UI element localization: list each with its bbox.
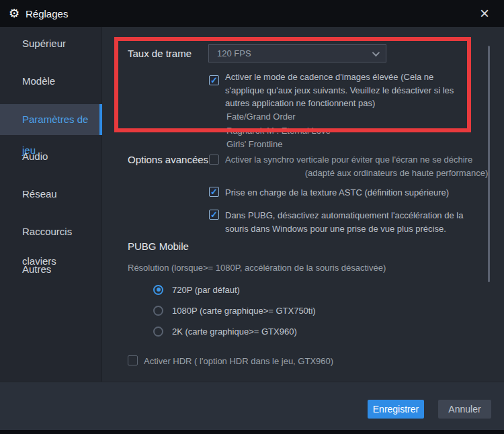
window-bottom-strip — [0, 430, 504, 434]
vsync-description: Activer la synchro verticale pour éviter… — [225, 153, 504, 179]
vsync-line2: (adapté aux ordinateurs de haute perform… — [225, 167, 504, 180]
sidebar-item-superieur[interactable]: Supérieur — [0, 29, 102, 58]
astc-checkbox[interactable]: ✓ — [209, 187, 219, 197]
settings-window: ⚙ Réglages × Supérieur Modèle Paramètres… — [0, 0, 504, 434]
radio-selected-icon — [153, 285, 163, 295]
astc-description: Prise en charge de la texture ASTC (défi… — [225, 186, 449, 200]
vsync-checkbox[interactable] — [209, 155, 219, 165]
radio-unselected-icon — [153, 306, 163, 316]
check-icon: ✓ — [210, 187, 218, 196]
cancel-button[interactable]: Annuler — [438, 400, 491, 419]
sidebar-item-raccourcis-claviers[interactable]: Raccourcis claviers — [0, 217, 102, 247]
gear-icon: ⚙ — [9, 0, 19, 27]
pubg-mobile-heading: PUBG Mobile — [128, 241, 189, 253]
game-list-item: Fate/Grand Order — [226, 110, 331, 124]
high-fps-game-list: Fate/Grand Order Ragnarok M : Eternal Lo… — [226, 110, 331, 152]
resolution-radio-1080p[interactable]: 1080P (carte graphique>= GTX750ti) — [153, 304, 316, 316]
vsync-line1: Activer la synchro verticale pour éviter… — [225, 153, 504, 167]
pubg-mouse-description: Dans PUBG, désactivez automatiquement l'… — [225, 209, 475, 235]
resolution-label: Résolution (lorsque>= 1080P, accélératio… — [128, 261, 386, 275]
game-list-item: Ragnarok M : Eternal Love — [226, 124, 331, 138]
save-button[interactable]: Enregistrer — [368, 400, 424, 419]
check-icon: ✓ — [210, 76, 218, 85]
sidebar-item-audio[interactable]: Audio — [0, 142, 102, 171]
sidebar-item-modele[interactable]: Modèle — [0, 67, 102, 96]
radio-label: 720P (par défaut) — [172, 285, 240, 295]
footer-bar: Enregistrer Annuler — [0, 382, 504, 430]
hdr-checkbox[interactable] — [128, 355, 138, 365]
check-icon: ✓ — [210, 210, 218, 219]
vertical-scrollbar[interactable] — [488, 46, 490, 282]
title-bar: ⚙ Réglages × — [0, 0, 504, 27]
sidebar-item-reseau[interactable]: Réseau — [0, 179, 102, 209]
sidebar-item-autres[interactable]: Autres — [0, 255, 102, 284]
advanced-options-label: Options avancées — [128, 154, 208, 166]
frame-rate-value: 120 FPS — [217, 48, 372, 58]
sidebar-item-parametres-de-jeu[interactable]: Paramètres de jeu — [0, 104, 102, 135]
frame-rate-label: Taux de trame — [128, 48, 192, 60]
resolution-radio-2k[interactable]: 2K (carte graphique>= GTX960) — [153, 325, 297, 337]
high-fps-checkbox[interactable]: ✓ — [209, 75, 219, 85]
sidebar: Supérieur Modèle Paramètres de jeu Audio… — [0, 27, 102, 382]
radio-unselected-icon — [153, 327, 163, 337]
radio-label: 1080P (carte graphique>= GTX750ti) — [172, 306, 316, 316]
chevron-down-icon — [372, 48, 380, 56]
hdr-label: Activer HDR ( l'option HDR dans le jeu, … — [144, 355, 333, 368]
window-title: Réglages — [26, 0, 68, 27]
frame-rate-dropdown[interactable]: 120 FPS — [208, 44, 386, 62]
close-icon[interactable]: × — [472, 0, 497, 27]
game-settings-panel: Taux de trame 120 FPS ✓ Activer le mode … — [102, 27, 504, 382]
radio-label: 2K (carte graphique>= GTX960) — [172, 327, 297, 337]
pubg-mouse-checkbox[interactable]: ✓ — [209, 210, 219, 220]
high-fps-description: Activer le mode de cadence d'images élev… — [225, 71, 475, 110]
game-list-item: Girls' Frontline — [226, 138, 331, 152]
resolution-radio-720p[interactable]: 720P (par défaut) — [153, 284, 240, 296]
